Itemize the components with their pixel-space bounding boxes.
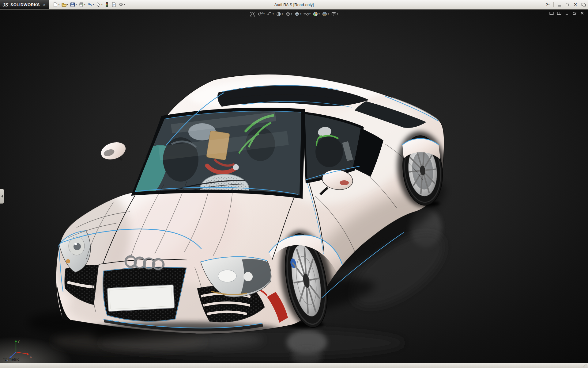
brand-name: SOLIDWORKS <box>10 2 40 7</box>
switch-window-button[interactable] <box>580 1 587 8</box>
dropdown-caret-icon[interactable]: ▾ <box>93 3 94 6</box>
switch-window-icon <box>581 3 586 7</box>
resize-grip-icon[interactable] <box>583 364 587 368</box>
print-button[interactable]: ▾ <box>78 1 86 8</box>
rebuild-icon <box>104 2 110 7</box>
solidworks-logo: 3S SOLIDWORKS » <box>0 0 49 9</box>
dropdown-caret-icon[interactable]: ▾ <box>309 13 311 15</box>
dassault-3ds-logo-icon: 3S <box>2 2 9 7</box>
pane-right-icon <box>557 11 561 15</box>
display-style-button[interactable]: ▾ <box>294 10 302 18</box>
dropdown-caret-icon[interactable]: ▾ <box>263 13 265 15</box>
edit-appearance-button[interactable]: ▾ <box>312 10 320 18</box>
undo-button[interactable]: ▾ <box>86 1 95 8</box>
license-plate <box>107 285 175 311</box>
help-button[interactable]: ?▾ <box>544 1 551 8</box>
dropdown-caret-icon[interactable]: ▾ <box>291 13 292 15</box>
previous-view-button[interactable]: ▾ <box>266 10 274 18</box>
dropdown-caret-icon[interactable]: ▾ <box>548 3 549 6</box>
dropdown-caret-icon[interactable]: ▾ <box>76 3 77 6</box>
graphics-area[interactable]: y x z ▾▾▾▾▾▾▾▾▾ <box>0 9 588 363</box>
open-document-icon <box>61 2 67 7</box>
statusbar <box>0 363 588 368</box>
pane-right-button[interactable] <box>556 11 562 16</box>
open-document-button[interactable]: ▾ <box>61 1 69 8</box>
separator <box>553 2 554 7</box>
view-orientation-label: *Dimetric <box>3 357 19 362</box>
edit-appearance-icon <box>313 11 318 17</box>
save-icon <box>70 2 75 7</box>
dropdown-caret-icon[interactable]: ▾ <box>318 13 320 15</box>
restore-doc-button[interactable] <box>572 11 577 16</box>
dropdown-caret-icon[interactable]: ▾ <box>67 3 68 6</box>
file-properties-icon <box>111 2 117 7</box>
featuremanager-collapsed-tab[interactable] <box>0 189 4 204</box>
hide-show-items-icon <box>303 11 309 17</box>
view-orientation-icon <box>285 11 291 17</box>
file-properties-button[interactable] <box>111 1 117 8</box>
restore-icon <box>566 3 570 6</box>
restore-button[interactable] <box>564 1 571 8</box>
close-doc-icon <box>580 11 584 15</box>
zoom-to-area-button[interactable]: ▾ <box>257 10 265 18</box>
dropdown-caret-icon[interactable]: ▾ <box>124 3 125 6</box>
dropdown-caret-icon[interactable]: ▾ <box>300 13 301 15</box>
save-button[interactable]: ▾ <box>69 1 77 8</box>
pane-left-icon <box>549 11 554 15</box>
dropdown-caret-icon[interactable]: ▾ <box>337 13 338 15</box>
select-icon <box>96 2 101 7</box>
menu-expander-icon[interactable]: » <box>43 2 45 7</box>
new-document-button[interactable]: ▾ <box>52 1 60 8</box>
print-icon <box>78 2 84 7</box>
triad-y-label: y <box>18 339 20 343</box>
window-title: Audi R8 S [Read-only] <box>274 0 314 9</box>
zoom-to-area-icon <box>258 11 263 17</box>
view-settings-button[interactable]: ▾ <box>330 10 339 18</box>
rebuild-button[interactable] <box>104 1 110 8</box>
options-button[interactable]: ▾ <box>118 1 126 8</box>
minimize-doc-button[interactable] <box>564 11 570 16</box>
expand-panel-arrow-icon <box>1 195 3 197</box>
dropdown-caret-icon[interactable]: ▾ <box>58 3 60 6</box>
view-settings-icon <box>331 11 337 17</box>
section-view-icon <box>276 11 281 17</box>
hide-show-items-button[interactable]: ▾ <box>303 10 311 18</box>
standard-toolbar: ▾▾▾▾▾▾▾ <box>52 1 126 8</box>
previous-view-icon <box>267 11 272 17</box>
pane-left-button[interactable] <box>549 11 554 16</box>
apply-scene-button[interactable]: ▾ <box>321 10 330 18</box>
close-icon: × <box>574 2 577 7</box>
minimize-icon <box>558 6 561 6</box>
3d-scene[interactable]: y x z <box>0 9 588 363</box>
dropdown-caret-icon[interactable]: ▾ <box>282 13 283 15</box>
minimize-button[interactable] <box>556 1 563 8</box>
zoom-to-fit-icon <box>250 11 255 17</box>
restore-doc-icon <box>572 11 577 15</box>
dropdown-caret-icon[interactable]: ▾ <box>273 13 274 15</box>
apply-scene-icon <box>322 11 327 17</box>
view-orientation-button[interactable]: ▾ <box>285 10 293 18</box>
document-window-controls <box>549 11 585 16</box>
minimize-doc-icon <box>565 11 569 15</box>
dropdown-caret-icon[interactable]: ▾ <box>101 3 103 6</box>
new-document-icon <box>53 2 58 7</box>
triad-x-label: x <box>30 355 32 358</box>
window-controls: ?▾ × <box>544 0 587 9</box>
interior-through-windshield <box>129 107 306 204</box>
dropdown-caret-icon[interactable]: ▾ <box>84 3 85 6</box>
section-view-button[interactable]: ▾ <box>275 10 284 18</box>
titlebar: 3S SOLIDWORKS » ▾▾▾▾▾▾▾ Audi R8 S [Read-… <box>0 0 588 10</box>
solidworks-app: { "titlebar": { "brand_mark": "3S", "bra… <box>0 0 588 368</box>
dropdown-caret-icon[interactable]: ▾ <box>328 13 329 15</box>
select-button[interactable]: ▾ <box>95 1 103 8</box>
undo-icon <box>87 2 92 7</box>
close-button[interactable]: × <box>572 1 579 8</box>
display-style-icon <box>294 11 300 17</box>
heads-up-view-toolbar: ▾▾▾▾▾▾▾▾▾ <box>249 10 339 18</box>
options-icon <box>118 2 124 7</box>
close-doc-button[interactable] <box>579 11 585 16</box>
left-mirror <box>99 139 128 163</box>
zoom-to-fit-button[interactable] <box>249 10 256 18</box>
